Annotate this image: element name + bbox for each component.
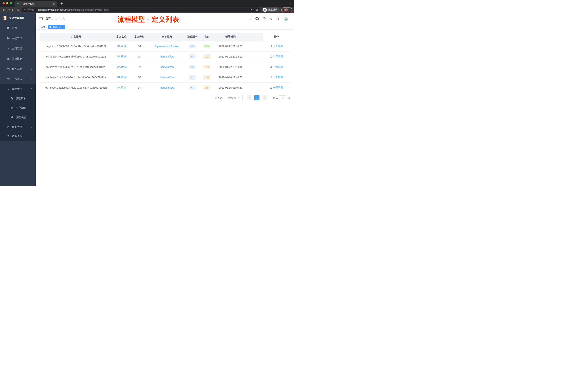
assign-rule-button[interactable]: 分配规则 — [270, 44, 283, 48]
password-key-icon[interactable] — [251, 8, 253, 11]
definition-category: OA — [131, 51, 148, 62]
breadcrumb-separator: / — [52, 17, 53, 20]
breadcrumb-home[interactable]: 首页 — [46, 17, 51, 20]
prev-page-button[interactable] — [247, 95, 252, 100]
sidebar-logo[interactable]: 芋道管理系统 — [0, 13, 36, 23]
form-link[interactable]: /bpm/oa/leave/create — [155, 45, 179, 48]
sidebar-item-workflow[interactable]: 工作流程 — [0, 74, 36, 84]
sidebar-item-label: 流程管理 — [12, 87, 22, 91]
update-browser-button[interactable]: 更新 — [281, 8, 292, 12]
assign-rule-button[interactable]: 分配规则 — [270, 55, 283, 58]
form-link[interactable]: /bpm/oa/flow — [160, 76, 174, 79]
forward-button[interactable] — [6, 8, 11, 12]
dashboard-icon — [7, 27, 10, 30]
table-header-row: 定义编号 定义名称 定义分类 表单信息 流程版本 状态 部署时间 操作 — [40, 33, 290, 41]
chevron-up-icon — [31, 78, 33, 80]
breadcrumb: 首页 / 流程定义 — [46, 17, 65, 20]
svg-text:?: ? — [263, 18, 264, 20]
goto-page-input[interactable] — [279, 95, 286, 100]
chevron-down-icon — [31, 68, 33, 70]
chevron-up-icon — [31, 88, 33, 90]
close-window-button[interactable] — [2, 2, 5, 4]
table-row: oa_leave:2:3c1f0ef1-76b1-11ec-9c66-a2380… — [40, 72, 290, 82]
bookmark-star-icon[interactable] — [255, 8, 258, 11]
form-link[interactable]: /bpm/oa/flow — [160, 55, 174, 58]
definition-name-link[interactable]: OA 请假 — [117, 86, 126, 89]
deploy-time: 2022-01-16 17:46:53 — [214, 72, 247, 82]
col-definition-id: 定义编号 — [40, 33, 112, 41]
assign-rule-button[interactable]: 分配规则 — [270, 76, 283, 79]
definition-name-link[interactable]: OA 请假 — [117, 44, 126, 47]
sidebar-item-process-model[interactable]: 流程模型 — [0, 113, 36, 122]
avatar[interactable] — [283, 16, 289, 22]
tag-close-icon[interactable] — [62, 26, 63, 28]
definition-id: oa_leave:2:3c1f0ef1-76b1-11ec-9c66-a2380… — [40, 72, 112, 82]
reload-button[interactable] — [11, 8, 16, 12]
col-operations: 操作 — [263, 33, 290, 41]
toolbox-icon — [7, 67, 10, 70]
font-size-icon[interactable]: TT — [276, 17, 279, 20]
minimize-window-button[interactable] — [6, 2, 8, 4]
sidebar-item-devtools[interactable]: 研发工具 — [0, 64, 36, 74]
sidebar-item-user-group[interactable]: 用户分组 — [0, 103, 36, 113]
url-separator — [36, 8, 36, 11]
definition-name-link[interactable]: OA 请假 — [117, 65, 126, 68]
site-favicon-icon — [17, 3, 19, 5]
tab-title: 芋道管理系统 — [21, 2, 52, 6]
address-bar[interactable]: 不安全 dashboard.yudao.iocoder.cn/bpm/manag… — [21, 8, 260, 12]
assign-rule-button[interactable]: 分配规则 — [270, 65, 283, 68]
definition-name-link[interactable]: OA 请假 — [117, 55, 126, 58]
maximize-window-button[interactable] — [10, 2, 12, 4]
sidebar-item-system[interactable]: 系统管理 — [0, 33, 36, 44]
not-secure-label[interactable]: 不安全 — [27, 8, 34, 11]
col-form-info: 表单信息 — [148, 33, 185, 41]
active-tag-dot — [50, 26, 51, 28]
menu-dots-icon — [289, 9, 290, 11]
tag-process-definition[interactable]: 流程定义 — [48, 25, 65, 29]
next-page-button[interactable] — [262, 95, 267, 100]
sidebar-item-leave-query[interactable]: 请假查询 — [0, 131, 36, 141]
search-icon[interactable] — [249, 17, 252, 20]
sidebar-item-infrastructure[interactable]: 基础设施 — [0, 54, 36, 64]
table-row: oa_leave:1:482ec033-762a-11ec-8477-a2380… — [40, 82, 290, 93]
pagination: 共 5 条 10条/页 1 前往 页 — [40, 95, 290, 100]
sidebar-item-process-manage[interactable]: 流程管理 — [0, 84, 36, 94]
browser-tab[interactable]: 芋道管理系统 — [15, 1, 57, 7]
definition-id: oa_leave:3:1fad3d93-7b75-11ec-a3c8-acde4… — [40, 62, 112, 72]
incognito-label: 无痕模式 — [268, 8, 277, 11]
sidebar-item-label: 流程表单 — [16, 97, 26, 100]
help-icon[interactable]: ? — [262, 17, 266, 20]
definition-id: oa_leave:4:991f2193-7b7f-11ec-a3c8-acde4… — [40, 51, 112, 62]
definition-name-link[interactable]: OA 请假 — [117, 76, 126, 79]
sidebar-item-home[interactable]: 首页 — [0, 23, 36, 33]
sidebar-item-payment[interactable]: ¥ 支付管理 — [0, 44, 36, 54]
form-document-icon — [10, 97, 13, 100]
form-link[interactable]: /bpm/oa/flow — [160, 86, 174, 89]
sidebar-item-label: 任务管理 — [12, 125, 22, 129]
sidebar-item-process-form[interactable]: 流程表单 — [0, 94, 36, 103]
back-button[interactable] — [1, 8, 6, 12]
page-size-select[interactable]: 10条/页 — [225, 95, 242, 100]
home-button[interactable] — [16, 8, 20, 12]
github-icon[interactable] — [255, 17, 259, 20]
assign-rule-button[interactable]: 分配规则 — [270, 86, 283, 89]
new-tab-button[interactable] — [60, 2, 63, 5]
incognito-chip: 无痕模式 — [262, 7, 279, 12]
filler-cell — [247, 72, 263, 82]
sidebar-fold-icon[interactable] — [40, 17, 42, 20]
deploy-time: 2022-01-22 19:19:11 — [214, 62, 247, 72]
tab-close-icon[interactable] — [52, 2, 55, 5]
filler-cell — [247, 51, 263, 62]
tag-home[interactable]: 首页 — [39, 25, 47, 29]
form-link[interactable]: /bpm/oa/flow — [160, 66, 174, 68]
tab-search-chevron-icon[interactable] — [289, 2, 292, 5]
fullscreen-icon[interactable] — [269, 17, 273, 20]
person-icon — [270, 76, 272, 78]
briefcase-icon — [7, 78, 10, 81]
col-definition-category: 定义分类 — [131, 33, 148, 41]
col-deploy-time: 部署时间 — [214, 33, 247, 41]
page-number-1[interactable]: 1 — [254, 95, 260, 100]
caret-down-icon[interactable] — [290, 19, 292, 21]
sidebar-item-task-manage[interactable]: 任务管理 — [0, 122, 36, 131]
incognito-icon — [263, 8, 267, 12]
